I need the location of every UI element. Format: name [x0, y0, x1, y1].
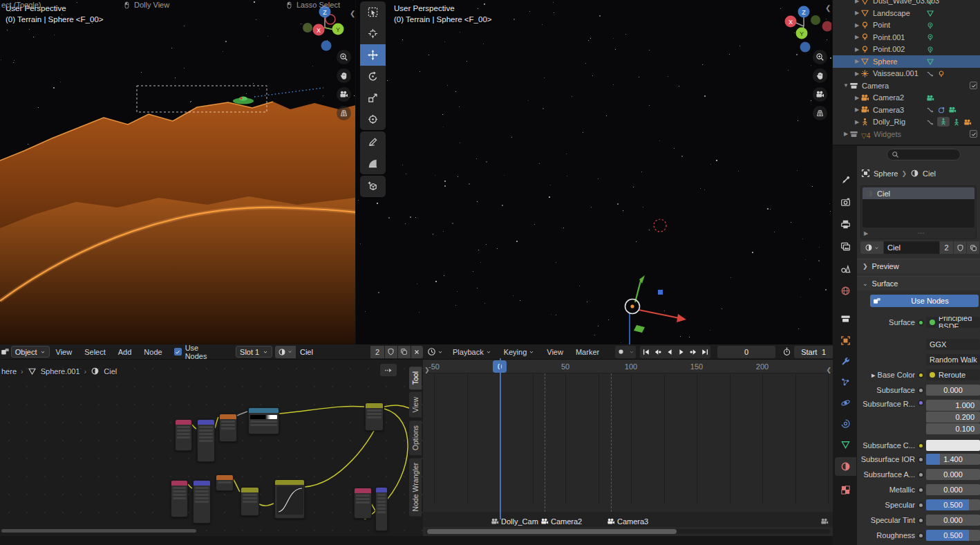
outliner-row-camera[interactable]: ▼Camera	[833, 80, 980, 92]
gizmo-y-axis[interactable]	[635, 281, 641, 302]
breadcrumb-object[interactable]: Sphere	[874, 169, 898, 178]
menu-keying[interactable]: Keying	[498, 348, 541, 356]
properties-tab-modifiers[interactable]	[835, 352, 856, 371]
light-data-icon[interactable]	[926, 44, 934, 53]
use-nodes-button[interactable]: Use Nodes	[870, 295, 979, 307]
fake-user-button[interactable]	[954, 241, 966, 254]
sidebar-collapse-chevron[interactable]: ❮	[825, 4, 831, 12]
collapsed-arrow-icon[interactable]: ▶	[854, 34, 860, 40]
socket-icon[interactable]	[918, 400, 924, 406]
slider-Specular[interactable]: 0.500	[926, 499, 980, 510]
slider-Roughness[interactable]: 0.500	[926, 530, 980, 541]
sidebar-tab-view[interactable]: View	[409, 392, 422, 418]
light-orange-icon[interactable]	[937, 68, 945, 77]
socket-icon[interactable]	[918, 456, 924, 463]
properties-tab-view-layer[interactable]	[835, 237, 856, 256]
axis-minus-z[interactable]	[321, 41, 332, 51]
properties-tab-physics[interactable]	[835, 394, 856, 412]
material-name-field[interactable]: Ciel	[296, 346, 370, 358]
collapsed-arrow-icon[interactable]: ▶	[854, 107, 860, 113]
auto-key-button[interactable]	[615, 346, 627, 358]
light-data-icon[interactable]	[926, 33, 934, 41]
socket-icon[interactable]	[918, 533, 924, 539]
outliner-row-vaisseau-001[interactable]: ▶Vaisseau.001	[833, 67, 980, 80]
slider-Subsurface[interactable]: 0.000	[926, 385, 980, 396]
slider-Subsurface A...[interactable]: 0.000	[926, 469, 980, 480]
navigation-gizmo[interactable]: Z X Y	[299, 3, 351, 53]
properties-tab-material[interactable]	[835, 457, 856, 476]
outliner-row-point-001[interactable]: ▶Point.001	[833, 31, 980, 44]
current-frame-field[interactable]: 0	[717, 346, 775, 358]
keying-set-dropdown[interactable]	[627, 346, 636, 358]
outliner-row-camera3[interactable]: ▶Camera3	[833, 104, 980, 116]
material-name-field[interactable]: Ciel	[884, 241, 939, 254]
outliner-row-sphere[interactable]: ▶Sphere	[833, 55, 980, 68]
sidebar-tab-tool[interactable]: Tool	[409, 367, 422, 389]
collapsed-arrow-icon[interactable]: ▶	[842, 131, 849, 137]
sidebar-expand-button[interactable]	[380, 364, 397, 376]
expanded-arrow-icon[interactable]: ▼	[842, 82, 849, 89]
jump-to-end-button[interactable]	[699, 346, 710, 358]
breadcrumb-item[interactable]: Sphere.001	[41, 367, 80, 376]
light-data-icon[interactable]	[926, 20, 934, 29]
shader-node-olive[interactable]	[241, 487, 259, 516]
marker-dolly-cam[interactable]: Dolly_Cam	[491, 517, 538, 526]
color-swatch-field[interactable]	[926, 440, 980, 451]
gizmo-plane-handle-blue[interactable]	[658, 290, 663, 295]
menu-marker[interactable]: Marker	[569, 348, 605, 356]
menu-select[interactable]: Select	[78, 348, 112, 356]
visibility-checkbox[interactable]	[970, 130, 977, 138]
nav-pan-hand-button[interactable]	[337, 68, 351, 83]
socket-icon[interactable]	[918, 443, 924, 449]
slider-Metallic[interactable]: 0.000	[926, 484, 980, 495]
collapsed-arrow-icon[interactable]: ▶	[854, 71, 860, 77]
socket-icon[interactable]	[918, 487, 924, 493]
material-slot-selected[interactable]: Ciel	[863, 187, 974, 199]
preview-panel-header[interactable]: ❯ Preview	[857, 259, 980, 273]
tool-rotate-button[interactable]	[360, 66, 386, 87]
axis-minus-y[interactable]	[811, 15, 820, 25]
outliner-row-point[interactable]: ▶Point	[833, 19, 980, 31]
outliner-row-point-002[interactable]: ▶Point.002	[833, 43, 980, 55]
new-material-button[interactable]	[398, 346, 411, 358]
nav-pan-hand-button[interactable]	[813, 68, 827, 83]
visibility-checkbox[interactable]	[970, 82, 977, 89]
marker-camera3[interactable]: Camera3	[607, 517, 648, 526]
shader-node-purple[interactable]	[197, 419, 215, 462]
unlink-button[interactable]	[411, 346, 423, 358]
anim-icon[interactable]	[926, 68, 934, 77]
mesh-data-icon[interactable]	[926, 8, 934, 17]
breadcrumb-material[interactable]: Ciel	[923, 169, 936, 178]
collapsed-arrow-icon[interactable]: ▶	[854, 95, 860, 101]
material-users-button[interactable]: 2	[940, 241, 953, 254]
prev-keyframe-button[interactable]	[652, 346, 663, 358]
orbit-icon[interactable]	[937, 105, 945, 114]
vector-value-field[interactable]: 1.000	[926, 400, 980, 411]
dropdown-ggx[interactable]: GGX	[926, 339, 980, 350]
start-frame-field[interactable]: Start 1	[794, 346, 833, 358]
properties-tab-particles[interactable]	[835, 373, 856, 391]
node-canvas[interactable]: here›Sphere.001›Ciel ToolViewOptionsNode…	[0, 360, 423, 535]
tool-tweak-select-button[interactable]	[360, 1, 386, 23]
properties-tab-constraints[interactable]	[835, 414, 856, 433]
shader-node-olive[interactable]	[365, 403, 384, 431]
mesh-data-icon[interactable]	[926, 0, 934, 6]
axis-minus-x[interactable]	[822, 21, 832, 32]
surface-panel-header[interactable]: ⌄ Surface	[857, 276, 980, 290]
nav-ortho-grid-button[interactable]	[813, 106, 827, 120]
outliner-row-landscape[interactable]: ▶Landscape	[833, 7, 980, 19]
menu-add[interactable]: Add	[112, 348, 138, 356]
socket-icon[interactable]	[918, 472, 924, 478]
shader-node-red[interactable]	[171, 480, 188, 517]
properties-tab-tool[interactable]	[835, 171, 856, 190]
viewport-3d-left[interactable]: User Perspective (0) Terrain | Sphere <F…	[0, 0, 356, 344]
properties-tab-texture[interactable]	[835, 481, 856, 499]
sidebar-tab-node-wrangler[interactable]: Node Wrangler	[409, 458, 422, 516]
collapsed-arrow-icon[interactable]: ▶	[854, 119, 860, 125]
camera-data-icon[interactable]	[948, 105, 957, 114]
properties-tab-output[interactable]	[835, 215, 856, 234]
slider-Specular Tint[interactable]: 0.000	[926, 515, 980, 526]
prev-frame-button[interactable]	[663, 346, 675, 358]
region-chevron-right[interactable]: ❮	[826, 367, 831, 373]
socket-icon[interactable]	[918, 372, 924, 378]
